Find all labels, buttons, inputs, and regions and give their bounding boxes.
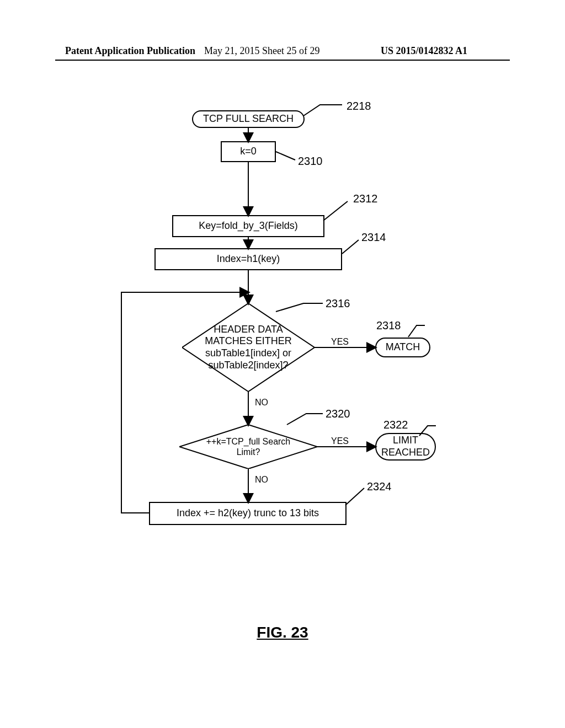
edge-2320-no: NO (255, 474, 268, 485)
terminator-start-text: TCP FULL SEARCH (203, 113, 294, 125)
edge-2320-yes: YES (331, 436, 349, 446)
decision-2316: HEADER DATA MATCHES EITHER subTable1[ind… (182, 303, 315, 392)
ref-2218: 2218 (347, 99, 371, 113)
ref-2324: 2324 (367, 480, 392, 493)
process-2312: Key=fold_by_3(Fields) (172, 215, 324, 237)
terminator-match-text: MATCH (386, 341, 420, 354)
header-left: Patent Application Publication (65, 45, 195, 57)
process-2324: Index += h2(key) trunc to 13 bits (149, 502, 347, 525)
terminator-limit: LIMIT REACHED (375, 433, 436, 461)
ref-2322: 2322 (383, 418, 408, 431)
figure-caption: FIG. 23 (0, 623, 565, 642)
ref-2310: 2310 (298, 154, 323, 168)
ref-2316: 2316 (326, 297, 350, 310)
ref-2314: 2314 (361, 231, 386, 244)
decision-2320-text: ++k=TCP_full Search Limit? (193, 436, 303, 457)
header-mid: May 21, 2015 Sheet 25 of 29 (204, 45, 319, 57)
ref-2312: 2312 (353, 192, 378, 205)
header-right: US 2015/0142832 A1 (381, 45, 467, 57)
process-2312-text: Key=fold_by_3(Fields) (199, 220, 298, 232)
decision-2316-text: HEADER DATA MATCHES EITHER subTable1[ind… (195, 324, 301, 371)
terminator-start: TCP FULL SEARCH (192, 110, 305, 128)
flowchart-canvas: TCP FULL SEARCH 2218 k=0 2310 Key=fold_b… (0, 88, 565, 640)
process-2314: Index=h1(key) (154, 248, 342, 270)
process-2310: k=0 (221, 141, 276, 162)
decision-2320: ++k=TCP_full Search Limit? (179, 425, 317, 469)
edge-2316-yes: YES (331, 336, 349, 347)
edge-2316-no: NO (255, 397, 268, 408)
terminator-match: MATCH (375, 338, 430, 357)
process-2310-text: k=0 (240, 146, 257, 158)
ref-2320: 2320 (326, 407, 350, 420)
process-2314-text: Index=h1(key) (217, 253, 280, 265)
process-2324-text: Index += h2(key) trunc to 13 bits (177, 507, 319, 520)
terminator-limit-text: LIMIT REACHED (381, 435, 430, 458)
header-rule (55, 60, 510, 61)
ref-2318: 2318 (376, 319, 401, 332)
